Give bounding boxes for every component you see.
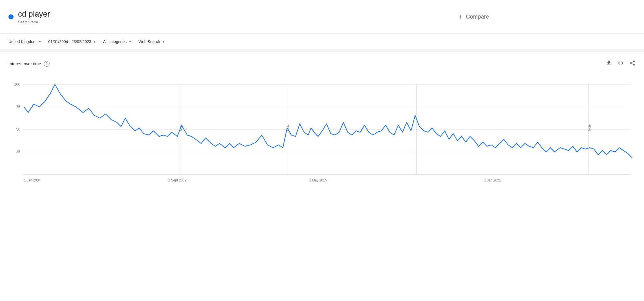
search-term-label: Search term [18, 20, 50, 24]
categories-arrow-icon: ▼ [128, 40, 132, 44]
svg-text:1 Jan 2021: 1 Jan 2021 [484, 178, 501, 182]
header-area: cd player Search term + Compare [0, 0, 644, 34]
search-term-section: cd player Search term [0, 0, 447, 33]
svg-text:1 May 2015: 1 May 2015 [309, 178, 327, 182]
svg-text:75: 75 [16, 105, 20, 109]
section-divider [0, 50, 644, 52]
compare-button[interactable]: + Compare [458, 12, 489, 21]
chart-header: Interest over time ? [8, 60, 636, 68]
svg-text:Note: Note [588, 124, 591, 131]
download-icon[interactable] [606, 60, 612, 68]
embed-icon[interactable] [618, 60, 624, 68]
svg-text:50: 50 [16, 127, 20, 131]
search-type-filter[interactable]: Web Search ▼ [138, 38, 165, 45]
categories-label: All categories [103, 39, 127, 44]
chart-title: Interest over time [8, 61, 41, 66]
search-type-label: Web Search [138, 39, 160, 44]
region-filter[interactable]: United Kingdom ▼ [8, 38, 42, 45]
chart-title-group: Interest over time ? [8, 61, 50, 67]
date-arrow-icon: ▼ [93, 40, 96, 44]
date-filter[interactable]: 01/01/2004 - 23/02/2023 ▼ [48, 38, 96, 45]
chart-wrapper: 100 75 50 25 Note Note Note 1 Jan 2004 1… [8, 76, 636, 194]
filters-bar: United Kingdom ▼ 01/01/2004 - 23/02/2023… [0, 34, 644, 50]
interest-chart: 100 75 50 25 Note Note Note 1 Jan 2004 1… [8, 76, 636, 194]
search-term-title: cd player [18, 9, 50, 19]
date-label: 01/01/2004 - 23/02/2023 [48, 39, 91, 44]
svg-text:1 Jan 2004: 1 Jan 2004 [24, 178, 41, 182]
plus-icon: + [458, 12, 462, 21]
help-icon[interactable]: ? [44, 61, 50, 67]
svg-text:25: 25 [16, 150, 20, 154]
chart-section: Interest over time ? [0, 52, 644, 200]
region-label: United Kingdom [8, 39, 37, 44]
compare-label: Compare [466, 14, 489, 20]
svg-text:100: 100 [14, 82, 20, 86]
svg-text:1 Sept 2009: 1 Sept 2009 [168, 178, 187, 182]
search-type-arrow-icon: ▼ [162, 40, 165, 44]
search-term-dot [8, 14, 14, 19]
search-term-text: cd player Search term [18, 9, 50, 24]
share-icon[interactable] [629, 60, 636, 68]
compare-section: + Compare [447, 0, 644, 33]
region-arrow-icon: ▼ [38, 40, 42, 44]
categories-filter[interactable]: All categories ▼ [103, 38, 132, 45]
chart-actions [606, 60, 636, 68]
